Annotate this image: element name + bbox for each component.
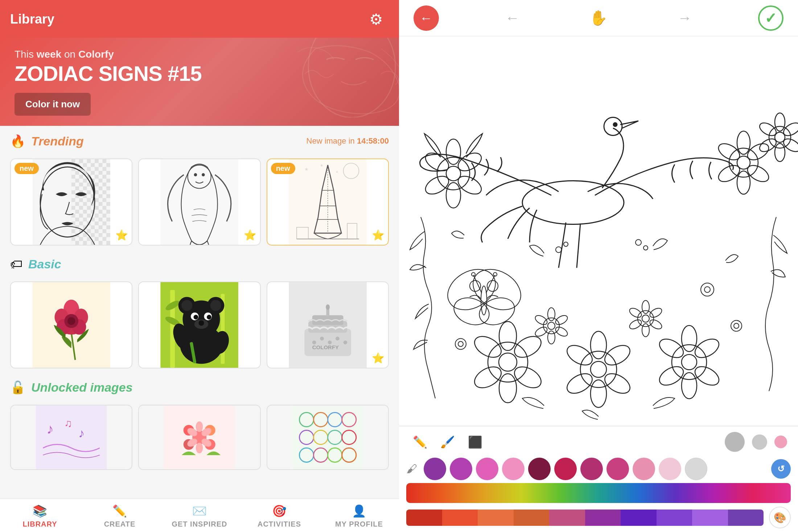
brush-size-small[interactable]: [774, 436, 787, 448]
unlocked-header: 🔓 Unlocked images: [10, 380, 389, 395]
color-palette-strip: [406, 510, 764, 526]
basic-item-1[interactable]: [10, 281, 132, 368]
svg-text:★: ★: [304, 166, 309, 172]
featured-banner: This week on Colorfy ZODIAC SIGNS #15 Co…: [0, 38, 399, 126]
palette-strip-6[interactable]: [585, 510, 621, 526]
trending-item-3[interactable]: ★ ★ ★: [267, 158, 389, 246]
svg-point-74: [196, 443, 203, 453]
svg-rect-4: [71, 159, 110, 245]
settings-button[interactable]: ⚙: [363, 7, 389, 32]
trending-star-3[interactable]: ⭐: [372, 229, 384, 241]
color-palette-panel: ✏️ 🖌️ ⬛ 🖌: [399, 426, 798, 532]
nav-create[interactable]: ✏️ CREATE: [80, 504, 160, 528]
cake-sketch: COLORFY: [267, 282, 388, 368]
palette-strip-5[interactable]: [549, 510, 585, 526]
svg-point-37: [182, 300, 193, 311]
color-swatch-10[interactable]: [659, 458, 681, 480]
left-panel: Library ⚙ This week on Colorfy ZODIAC SI…: [0, 0, 399, 532]
nav-library[interactable]: 📚 LIBRARY: [0, 504, 80, 528]
done-button[interactable]: ✓: [758, 5, 783, 31]
palette-strip-4[interactable]: [514, 510, 550, 526]
trending-title: Trending: [31, 134, 84, 148]
color-swatch-3[interactable]: [476, 458, 498, 480]
nav-get-inspired[interactable]: ✉️ GET INSPIRED: [160, 504, 239, 528]
svg-text:★: ★: [320, 163, 324, 168]
palette-strip-3[interactable]: [478, 510, 514, 526]
basic-thumb-1: [11, 282, 132, 368]
brush-size-large[interactable]: [725, 432, 745, 452]
trending-grid: new ⭐: [0, 158, 399, 249]
svg-text:★: ★: [336, 170, 338, 174]
app-title: Library: [10, 12, 54, 27]
unlocked-title-wrap: 🔓 Unlocked images: [10, 380, 133, 395]
color-swatch-8[interactable]: [606, 458, 629, 480]
unlocked-item-2[interactable]: [138, 405, 260, 470]
palette-strip-8[interactable]: [657, 510, 692, 526]
palette-strip-7[interactable]: [621, 510, 657, 526]
svg-point-59: [343, 341, 347, 345]
color-swatch-6[interactable]: [554, 458, 577, 480]
create-label: CREATE: [104, 520, 136, 528]
color-spectrum-bar[interactable]: [406, 483, 791, 503]
unlocked-item-1[interactable]: ♪ ♫ ♪: [10, 405, 132, 470]
brush-size-medium[interactable]: [752, 434, 767, 450]
svg-point-58: [336, 337, 340, 341]
basic-thumb-3: COLORFY: [267, 282, 388, 368]
svg-text:♪: ♪: [78, 426, 85, 440]
eraser-tool[interactable]: ⬛: [465, 432, 485, 452]
color-swatch-11[interactable]: [685, 458, 707, 480]
color-swatch-7[interactable]: [580, 458, 603, 480]
nav-profile[interactable]: 👤 MY PROFILE: [319, 504, 399, 528]
app-header: Library ⚙: [0, 0, 399, 38]
svg-rect-61: [36, 405, 107, 469]
color-swatch-4[interactable]: [502, 458, 525, 480]
color-swatch-1[interactable]: [424, 458, 446, 480]
basic-star-3[interactable]: ⭐: [372, 352, 384, 364]
svg-text:♪: ♪: [46, 421, 54, 437]
undo-button[interactable]: ←: [500, 5, 525, 31]
trending-star-1[interactable]: ⭐: [115, 229, 128, 241]
unlocked-item-3[interactable]: [267, 405, 389, 470]
trending-item-2[interactable]: ⭐: [138, 158, 260, 246]
pencil-tool[interactable]: ✏️: [410, 432, 430, 452]
rose-colored: [11, 282, 132, 368]
activities-label: ACTIVITIES: [258, 520, 301, 528]
palette-strip-9[interactable]: [692, 510, 728, 526]
hand-tool-button[interactable]: ✋: [586, 5, 611, 31]
svg-point-39: [210, 300, 221, 311]
basic-item-2[interactable]: [138, 281, 260, 368]
unlocked-icon: 🔓: [10, 380, 25, 395]
paint-bucket-tool[interactable]: 🖌: [406, 463, 417, 475]
back-button[interactable]: ←: [414, 5, 439, 31]
color-swatch-9[interactable]: [633, 458, 655, 480]
svg-point-8: [194, 173, 197, 177]
color-swatch-5[interactable]: [528, 458, 551, 480]
color-wheel-button[interactable]: 🎨: [769, 507, 791, 528]
svg-point-45: [199, 320, 204, 326]
create-icon: ✏️: [112, 504, 127, 518]
palette-strip-2[interactable]: [442, 510, 478, 526]
redo-button[interactable]: →: [672, 5, 698, 31]
trending-thumb-2: [139, 159, 260, 245]
palette-strip-1[interactable]: [406, 510, 442, 526]
library-label: LIBRARY: [22, 520, 57, 528]
nav-activities[interactable]: 🎯 ACTIVITIES: [239, 504, 319, 528]
color-now-button[interactable]: Color it now: [15, 93, 91, 116]
unlocked-title: Unlocked images: [31, 380, 133, 395]
tools-side-panel: 🖌: [406, 463, 417, 475]
activities-icon: 🎯: [272, 504, 287, 518]
trending-star-2[interactable]: ⭐: [244, 229, 256, 241]
trending-item-1[interactable]: new ⭐: [10, 158, 132, 246]
unlocked-thumb-1: ♪ ♫ ♪: [11, 405, 132, 469]
new-image-timer: New image in 14:58:00: [307, 136, 389, 145]
palette-bottom-row: 🎨: [399, 503, 798, 532]
color-swatch-2[interactable]: [450, 458, 472, 480]
trending-section: 🔥 Trending New image in 14:58:00: [0, 126, 399, 158]
trending-icon: 🔥: [10, 134, 25, 148]
brush-tool[interactable]: 🖌️: [437, 432, 458, 452]
library-icon: 📚: [33, 504, 47, 518]
undo-color-button[interactable]: ↺: [771, 459, 791, 479]
palette-strip-10[interactable]: [728, 510, 764, 526]
basic-item-3[interactable]: COLORFY ⭐: [267, 281, 389, 368]
unlocked-thumb-2: [139, 405, 260, 469]
